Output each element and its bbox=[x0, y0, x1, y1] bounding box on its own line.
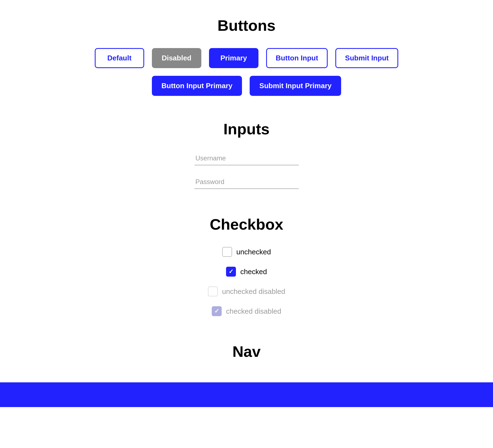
checkmark-icon: ✓ bbox=[229, 269, 233, 275]
nav-title: Nav bbox=[232, 343, 261, 360]
checkbox-row-unchecked: unchecked bbox=[222, 247, 271, 257]
checkbox-title: Checkbox bbox=[210, 215, 283, 233]
button-input-primary-button[interactable]: Button Input Primary bbox=[152, 76, 242, 96]
nav-bar bbox=[0, 382, 493, 407]
checkbox-checked-label: checked bbox=[240, 268, 267, 276]
inputs-section: Inputs bbox=[0, 120, 493, 199]
nav-section: Nav bbox=[0, 343, 493, 407]
checkmark-disabled-icon: ✓ bbox=[214, 308, 219, 314]
checkbox-unchecked-disabled bbox=[208, 286, 218, 296]
checkbox-row-checked: ✓ checked bbox=[226, 267, 267, 277]
checkbox-unchecked-disabled-label: unchecked disabled bbox=[222, 287, 285, 296]
button-input-button[interactable]: Button Input bbox=[266, 48, 328, 68]
buttons-section: Buttons Default Disabled Primary Button … bbox=[0, 16, 493, 104]
checkbox-checked-disabled-label: checked disabled bbox=[226, 307, 281, 316]
buttons-title: Buttons bbox=[218, 16, 276, 34]
password-input[interactable] bbox=[194, 175, 299, 189]
disabled-button: Disabled bbox=[152, 48, 201, 68]
default-button[interactable]: Default bbox=[95, 48, 144, 68]
checkbox-checked[interactable]: ✓ bbox=[226, 267, 236, 277]
checkbox-section: Checkbox unchecked ✓ checked unchecked d… bbox=[0, 215, 493, 326]
submit-input-primary-button[interactable]: Submit Input Primary bbox=[250, 76, 341, 96]
checkbox-row-checked-disabled: ✓ checked disabled bbox=[212, 306, 281, 316]
checkbox-unchecked-label: unchecked bbox=[236, 248, 271, 256]
primary-button[interactable]: Primary bbox=[209, 48, 258, 68]
username-input[interactable] bbox=[194, 152, 299, 165]
buttons-row-2: Button Input Primary Submit Input Primar… bbox=[152, 76, 341, 96]
buttons-row-1: Default Disabled Primary Button Input Su… bbox=[95, 48, 398, 68]
checkbox-unchecked[interactable] bbox=[222, 247, 232, 257]
submit-input-button[interactable]: Submit Input bbox=[335, 48, 398, 68]
checkbox-row-unchecked-disabled: unchecked disabled bbox=[208, 286, 285, 296]
checkbox-checked-disabled: ✓ bbox=[212, 306, 222, 316]
inputs-title: Inputs bbox=[224, 120, 270, 138]
